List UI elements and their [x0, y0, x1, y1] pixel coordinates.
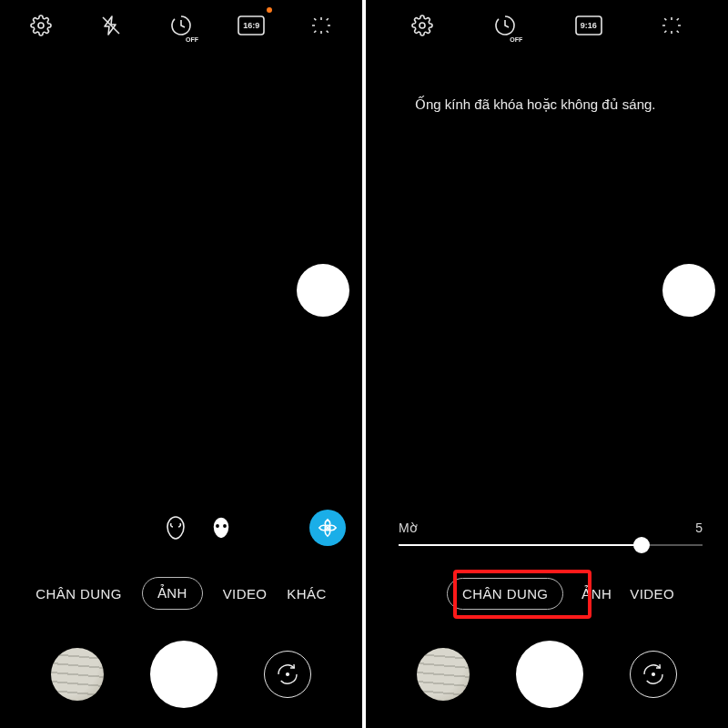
mode-anh-active[interactable]: ẢNH — [142, 577, 203, 610]
beauty-face-solid-icon[interactable] — [206, 512, 237, 543]
slider-track[interactable] — [399, 544, 703, 546]
mode-khac[interactable]: KHÁC — [287, 586, 326, 602]
svg-point-7 — [420, 23, 425, 28]
zoom-indicator[interactable] — [297, 264, 349, 317]
lens-warning-text: Ống kính đã khóa hoặc không đủ sáng. — [415, 95, 692, 115]
svg-point-0 — [38, 23, 44, 28]
top-toolbar: OFF 16:9 — [0, 0, 362, 51]
slider-thumb[interactable] — [633, 537, 650, 553]
mode-video[interactable]: VIDEO — [223, 586, 268, 602]
filter-strip — [0, 510, 362, 546]
mode-chan-dung[interactable]: CHÂN DUNG — [35, 586, 121, 602]
gallery-thumbnail[interactable] — [417, 648, 470, 701]
mode-selector[interactable]: CHÂN DUNG ẢNH VIDEO — [366, 578, 728, 610]
settings-icon[interactable] — [25, 10, 56, 41]
flash-off-icon[interactable] — [96, 10, 126, 41]
switch-camera-button[interactable] — [630, 651, 677, 698]
shutter-button[interactable] — [150, 641, 217, 708]
blur-slider[interactable]: Mờ 5 — [399, 521, 703, 546]
indicator-dot — [267, 7, 272, 13]
zoom-indicator[interactable] — [662, 264, 715, 317]
mode-video[interactable]: VIDEO — [630, 586, 674, 602]
timer-off-icon[interactable]: OFF — [166, 10, 197, 41]
bottom-actions — [366, 641, 728, 708]
svg-point-3 — [217, 525, 218, 527]
aspect-ratio-icon[interactable]: 9:16 — [573, 10, 604, 41]
slider-label-left: Mờ — [399, 521, 418, 535]
svg-point-6 — [287, 673, 289, 676]
phone-right: OFF 9:16 Ống kính đã khóa hoặc không đủ … — [366, 0, 728, 728]
mode-chan-dung-active[interactable]: CHÂN DUNG — [447, 578, 563, 610]
top-toolbar: OFF 9:16 — [366, 0, 728, 51]
phone-left: OFF 16:9 CHÂN DUNG ẢNH VIDEO KHÁC — [0, 0, 362, 728]
mode-anh[interactable]: ẢNH — [581, 586, 612, 602]
gallery-thumbnail[interactable] — [51, 648, 104, 701]
beauty-face-outline-icon[interactable] — [160, 512, 191, 543]
svg-point-4 — [224, 525, 226, 527]
timer-off-icon[interactable]: OFF — [490, 10, 521, 41]
aspect-ratio-label: 9:16 — [581, 21, 597, 30]
slider-label-right: 5 — [695, 521, 703, 535]
shutter-button[interactable] — [516, 641, 583, 708]
settings-icon[interactable] — [407, 10, 438, 41]
effects-button[interactable] — [309, 510, 346, 546]
bottom-actions — [0, 641, 362, 708]
svg-point-9 — [652, 673, 655, 676]
mode-selector[interactable]: CHÂN DUNG ẢNH VIDEO KHÁC — [0, 577, 362, 610]
aspect-ratio-icon[interactable]: 16:9 — [236, 10, 267, 41]
aspect-ratio-label: 16:9 — [243, 21, 259, 30]
magic-wand-icon[interactable] — [656, 10, 687, 41]
magic-wand-icon[interactable] — [306, 10, 337, 41]
switch-camera-button[interactable] — [264, 651, 311, 698]
